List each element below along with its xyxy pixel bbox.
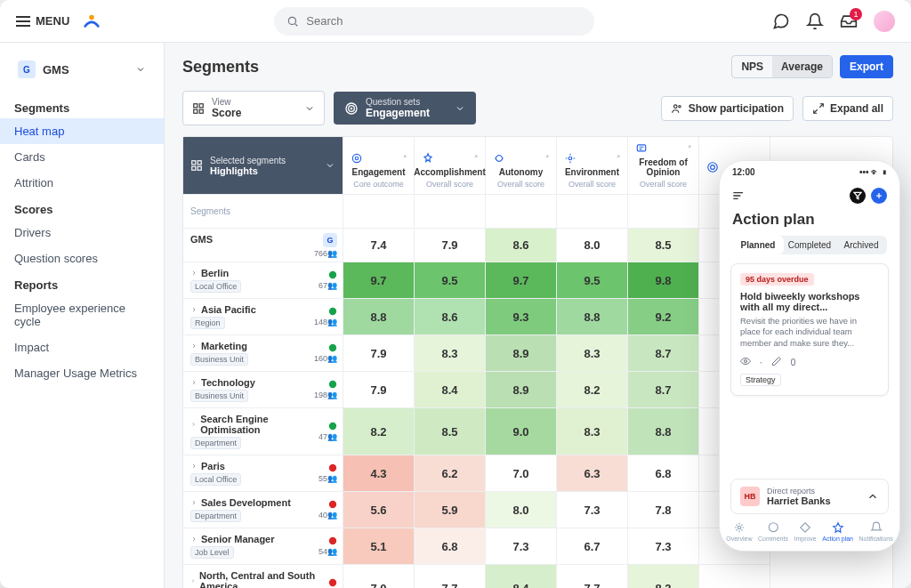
heatmap-cell[interactable]: 5.6 [343, 492, 415, 528]
search-input-wrapper[interactable] [274, 7, 594, 36]
heatmap-cell[interactable]: 8.6 [415, 299, 486, 335]
segment-row-label[interactable]: GMSG766👥 [183, 229, 343, 262]
column-header[interactable]: AutonomyOverall score [486, 137, 557, 195]
phone-tabs[interactable]: Planned Completed Archived [732, 236, 887, 254]
hamburger-icon[interactable] [732, 190, 746, 201]
heatmap-cell[interactable]: 9.7 [343, 262, 415, 299]
heatmap-cell[interactable]: 9.3 [486, 299, 557, 335]
sidebar-item[interactable]: Cards [0, 144, 164, 170]
heatmap-cell[interactable]: 7.0 [486, 455, 557, 492]
heatmap-cell[interactable]: 7.7 [557, 565, 628, 588]
heatmap-cell[interactable]: 8.8 [343, 299, 415, 335]
heatmap-cell[interactable]: 8.9 [486, 372, 557, 408]
phone-nav-item[interactable]: Notifications [859, 521, 893, 542]
phone-user-card[interactable]: HB Direct reports Harriet Banks [730, 479, 889, 514]
heatmap-cell[interactable]: 7.9 [343, 372, 415, 408]
heatmap-cell[interactable]: 9.7 [486, 262, 557, 299]
menu-button[interactable]: MENU [16, 14, 69, 28]
action-card[interactable]: 95 days overdue Hold biweekly workshops … [730, 263, 889, 396]
segment-row-label[interactable]: MarketingBusiness Unit160👥 [183, 335, 343, 372]
heatmap-cell[interactable]: 8.4 [486, 565, 557, 588]
sidebar-item[interactable]: Manager Usage Metrics [0, 360, 164, 386]
phone-nav-item[interactable]: Overview [726, 521, 752, 542]
heatmap-cell[interactable]: 8.7 [628, 335, 699, 372]
add-button[interactable] [871, 188, 887, 204]
heatmap-cell[interactable]: 6.8 [415, 528, 486, 565]
heatmap-cell[interactable]: 9.5 [415, 262, 486, 299]
heatmap-cell[interactable]: 8.3 [557, 408, 628, 455]
segment-row-label[interactable]: Sales DevelopmentDepartment40👥 [183, 492, 343, 528]
sidebar-item[interactable]: Attrition [0, 170, 164, 196]
heatmap-cell[interactable]: 6.7 [557, 528, 628, 565]
expand-all-button[interactable]: Expand all [802, 96, 893, 121]
heatmap-cell[interactable]: 6.2 [415, 455, 486, 492]
org-selector[interactable]: G GMS [11, 55, 153, 84]
tab-completed[interactable]: Completed [784, 236, 835, 254]
search-input[interactable] [306, 14, 582, 28]
heatmap-cell[interactable]: 8.5 [415, 408, 486, 455]
sidebar-item[interactable]: Employee experience cycle [0, 295, 164, 334]
heatmap-cell[interactable]: 7.9 [343, 335, 415, 372]
heatmap-cell[interactable]: 5.9 [415, 492, 486, 528]
heatmap-cell[interactable] [699, 565, 770, 588]
heatmap-cell[interactable]: 7.3 [557, 492, 628, 528]
user-avatar[interactable] [874, 11, 895, 32]
heatmap-cell[interactable]: 7.3 [486, 528, 557, 565]
heatmap-cell[interactable]: 8.3 [557, 335, 628, 372]
heatmap-cell[interactable]: 5.1 [343, 528, 415, 565]
heatmap-cell[interactable]: 8.7 [628, 372, 699, 408]
sidebar-item[interactable]: Question scores [0, 246, 164, 271]
segment-row-label[interactable]: Asia PacificRegion148👥 [183, 299, 343, 335]
heatmap-cell[interactable]: 7.0 [343, 565, 415, 588]
toggle-average[interactable]: Average [772, 56, 832, 77]
heatmap-cell[interactable]: 7.3 [628, 528, 699, 565]
sidebar-item[interactable]: Impact [0, 334, 164, 360]
question-sets-selector[interactable]: Question sets Engagement [334, 92, 476, 125]
heatmap-cell[interactable]: 8.0 [557, 229, 628, 262]
heatmap-cell[interactable]: 7.9 [415, 229, 486, 262]
heatmap-cell[interactable]: 9.8 [628, 262, 699, 299]
segment-row-label[interactable]: North, Central and South AmericaRegion35… [183, 565, 343, 588]
heatmap-cell[interactable]: 8.2 [343, 408, 415, 455]
heatmap-cell[interactable]: 8.2 [557, 372, 628, 408]
heatmap-cell[interactable]: 9.2 [628, 299, 699, 335]
show-participation-button[interactable]: Show participation [661, 96, 794, 121]
segment-row-label[interactable]: Search Engine OptimisationDepartment47👥 [183, 408, 343, 455]
toggle-nps[interactable]: NPS [732, 56, 772, 77]
segment-row-label[interactable]: TechnologyBusiness Unit198👥 [183, 372, 343, 408]
column-header[interactable]: Freedom of OpinionOverall score [628, 137, 699, 195]
heatmap-cell[interactable]: 6.8 [628, 455, 699, 492]
heatmap-cell[interactable]: 7.8 [628, 492, 699, 528]
heatmap-cell[interactable]: 7.4 [343, 229, 415, 262]
filter-icon[interactable] [850, 188, 866, 204]
heatmap-cell[interactable]: 8.2 [628, 565, 699, 588]
tab-planned[interactable]: Planned [732, 236, 784, 254]
phone-nav-item[interactable]: Comments [758, 521, 788, 542]
view-selector[interactable]: View Score [182, 91, 325, 125]
heatmap-cell[interactable]: 9.5 [557, 262, 628, 299]
sidebar-item[interactable]: Heat map [0, 118, 164, 144]
heatmap-cell[interactable]: 8.8 [557, 299, 628, 335]
inbox-icon[interactable]: 1 [840, 12, 858, 30]
heatmap-cell[interactable]: 8.5 [628, 229, 699, 262]
tab-archived[interactable]: Archived [835, 236, 887, 254]
phone-nav-item[interactable]: Action plan [822, 521, 853, 542]
segment-row-label[interactable]: Senior ManagerJob Level54👥 [183, 528, 343, 565]
selected-segments-selector[interactable]: Selected segmentsHighlights [183, 137, 343, 195]
heatmap-cell[interactable]: 6.3 [557, 455, 628, 492]
chat-icon[interactable] [772, 12, 790, 30]
column-header[interactable]: EnvironmentOverall score [557, 137, 628, 195]
segment-row-label[interactable]: ParisLocal Office55👥 [183, 455, 343, 492]
heatmap-cell[interactable]: 8.4 [415, 372, 486, 408]
column-header[interactable]: EngagementCore outcome [343, 137, 415, 195]
heatmap-cell[interactable]: 8.9 [486, 335, 557, 372]
sidebar-item[interactable]: Drivers [0, 220, 164, 246]
heatmap-cell[interactable]: 9.0 [486, 408, 557, 455]
heatmap-cell[interactable]: 8.6 [486, 229, 557, 262]
segment-row-label[interactable]: BerlinLocal Office67👥 [183, 262, 343, 299]
phone-nav-item[interactable]: Improve [794, 521, 816, 542]
score-toggle[interactable]: NPS Average [731, 55, 833, 78]
export-button[interactable]: Export [840, 55, 893, 78]
heatmap-cell[interactable]: 8.8 [628, 408, 699, 455]
heatmap-cell[interactable]: 8.0 [486, 492, 557, 528]
